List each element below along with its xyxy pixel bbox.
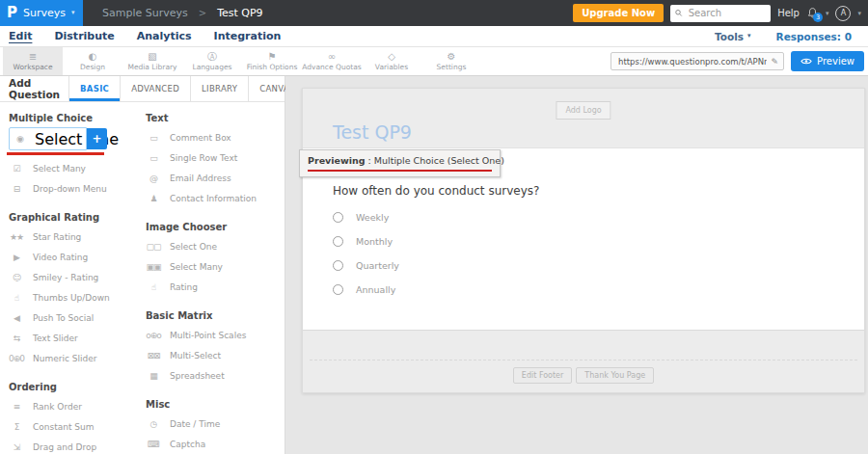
select-one-box[interactable]: ◉ Select One	[9, 127, 87, 150]
toolbar-languages[interactable]: ⒶLanguages	[182, 47, 242, 75]
tag-icon: ◇	[388, 52, 395, 62]
chevron-down-icon: ▾	[747, 33, 751, 40]
dropdown-icon: ⊟	[9, 184, 24, 194]
question-type-select-many[interactable]: ☑ Select Many	[9, 158, 146, 178]
survey-toolbar: ≣Workspace ◐Design ▧Media Library ⒶLangu…	[0, 47, 868, 76]
question-type-multi-select[interactable]: ⊠⊠ Multi-Select	[146, 345, 283, 365]
question-type-dropdown-menu[interactable]: ⊟ Drop-down Menu	[9, 178, 146, 199]
question-type-video-rating[interactable]: ▶ Video Rating	[9, 247, 146, 267]
section-basic-matrix: Basic Matrix	[146, 310, 283, 321]
question-type-contact-information[interactable]: ♟ Contact Information	[146, 188, 283, 208]
breadcrumb: Sample Surveys > Test QP9	[83, 7, 263, 19]
grid-icon: ▦	[146, 371, 161, 381]
tab-advanced[interactable]: ADVANCED	[120, 76, 190, 101]
question-type-star-rating[interactable]: ★★ Star Rating	[9, 227, 146, 247]
section-ordering: Ordering	[9, 382, 146, 392]
question-type-multi-point-scales[interactable]: o⊕o Multi-Point Scales	[146, 325, 283, 345]
question-type-image-rating[interactable]: ☝ Rating	[146, 277, 283, 297]
thumb-icon: ☝	[9, 293, 24, 303]
question-type-smiley-rating[interactable]: ☺ Smiley - Rating	[9, 267, 146, 287]
radio-button[interactable]	[333, 284, 343, 295]
avatar[interactable]: A	[835, 6, 851, 21]
radio-button[interactable]	[333, 260, 343, 271]
question-type-date-time[interactable]: ◷ Date / Time	[146, 414, 283, 434]
question-type-drag-and-drop[interactable]: ⇲ Drag and Drop	[9, 437, 146, 454]
search-input[interactable]	[687, 7, 766, 19]
eye-icon	[800, 57, 812, 66]
question-type-text-slider[interactable]: ⇆ Text Slider	[9, 328, 146, 348]
search-box[interactable]	[670, 5, 771, 22]
question-type-thumbs-up-down[interactable]: ☝ Thumbs Up/Down	[9, 287, 146, 307]
survey-url-input[interactable]	[616, 56, 768, 67]
question-type-captcha[interactable]: ⌨ Captcha	[146, 434, 283, 454]
question-type-comment-box[interactable]: ▭ Comment Box	[146, 127, 283, 147]
option-weekly[interactable]: Weekly	[333, 212, 399, 223]
question-text[interactable]: How often do you conduct surveys?	[333, 184, 539, 198]
toolbar-settings[interactable]: ⚙Settings	[421, 47, 481, 75]
option-monthly[interactable]: Monthly	[333, 236, 399, 247]
add-logo-button[interactable]: Add Logo	[556, 101, 610, 120]
slider-icon: ⇆	[9, 334, 24, 343]
top-bar: P Surveys ▾ Sample Surveys > Test QP9 Up…	[0, 0, 868, 26]
product-switcher[interactable]: P Surveys ▾	[0, 0, 83, 26]
panel-header: Add Question BASIC ADVANCED LIBRARY CANV…	[0, 76, 285, 102]
toolbar-advance-quotas[interactable]: ∞Advance Quotas	[302, 47, 362, 75]
tab-analytics[interactable]: Analytics	[137, 30, 192, 42]
section-graphical-rating: Graphical Rating	[9, 212, 146, 223]
toolbar-media-library[interactable]: ▧Media Library	[122, 47, 182, 75]
question-type-email-address[interactable]: @ Email Address	[146, 168, 283, 188]
toolbar-workspace[interactable]: ≣Workspace	[3, 47, 63, 75]
tab-library[interactable]: LIBRARY	[190, 76, 248, 101]
radio-button[interactable]	[333, 212, 343, 223]
survey-title[interactable]: Test QP9	[333, 121, 412, 143]
panel-column-2: Text ▭ Comment Box ▭ Single Row Text @ E…	[146, 104, 283, 454]
help-link[interactable]: Help	[777, 8, 800, 18]
thank-you-page-button[interactable]: Thank You Page	[576, 367, 654, 384]
captcha-icon: ⌨	[146, 440, 161, 449]
video-icon: ▶	[9, 253, 24, 262]
tab-basic[interactable]: BASIC	[68, 76, 120, 101]
footer-divider	[310, 360, 857, 361]
palette-icon: ◐	[89, 52, 97, 62]
tab-edit[interactable]: Edit	[9, 30, 32, 42]
toolbar-design[interactable]: ◐Design	[63, 47, 122, 75]
option-annually[interactable]: Annually	[333, 284, 399, 295]
notifications-button[interactable]: 3	[806, 7, 819, 19]
ordered-list-icon: ≡	[9, 402, 24, 412]
question-type-image-select-one[interactable]: ▢▢ Select One	[146, 236, 283, 256]
tools-dropdown[interactable]: Tools▾	[715, 31, 751, 42]
tab-integration[interactable]: Integration	[214, 30, 282, 42]
breadcrumb-current: Test QP9	[217, 7, 262, 19]
question-type-select-one-wrap: ◉ Select One +	[9, 127, 146, 155]
edit-url-pencil-icon[interactable]: ✎	[772, 57, 779, 67]
question-type-constant-sum[interactable]: Σ Constant Sum	[9, 416, 146, 437]
survey-preview-card: Add Logo Test QP9 Previewing : Multiple …	[302, 88, 865, 393]
drag-icon: ⇲	[9, 442, 24, 452]
gear-icon: ⚙	[448, 52, 456, 62]
question-type-spreadsheet[interactable]: ▦ Spreadsheet	[146, 365, 283, 386]
section-multiple-choice: Multiple Choice	[9, 113, 146, 123]
preview-button[interactable]: Preview	[791, 51, 864, 71]
add-question-plus-button[interactable]: +	[87, 128, 107, 149]
question-type-numeric-slider[interactable]: 0⊕0 Numeric Slider	[9, 348, 146, 368]
toolbar-finish-options[interactable]: ⚑Finish Options	[242, 47, 302, 75]
toolbar-variables[interactable]: ◇Variables	[362, 47, 421, 75]
image-pair-checked-icon: ▣▣	[146, 262, 161, 272]
question-type-single-row-text[interactable]: ▭ Single Row Text	[146, 147, 283, 168]
account-chevron-icon[interactable]: ▾	[857, 10, 861, 17]
breadcrumb-parent[interactable]: Sample Surveys	[102, 7, 188, 19]
question-type-rank-order[interactable]: ≡ Rank Order	[9, 396, 146, 416]
question-type-select-one[interactable]: ◉ Select One +	[9, 127, 146, 150]
question-type-push-to-social[interactable]: ◀ Push To Social	[9, 307, 146, 328]
option-quarterly[interactable]: Quarterly	[333, 260, 399, 271]
topbar-actions: Upgrade Now Help 3 ▾ A ▾	[573, 4, 868, 22]
tab-distribute[interactable]: Distribute	[54, 30, 114, 42]
responses-count[interactable]: Responses: 0	[776, 31, 852, 42]
notifications-chevron-icon[interactable]: ▾	[826, 10, 829, 17]
question-type-image-select-many[interactable]: ▣▣ Select Many	[146, 256, 283, 277]
links-icon: ∞	[328, 52, 336, 62]
upgrade-now-button[interactable]: Upgrade Now	[573, 4, 664, 22]
edit-footer-button[interactable]: Edit Footer	[513, 367, 573, 384]
section-text: Text	[146, 113, 283, 123]
radio-button[interactable]	[333, 236, 343, 247]
